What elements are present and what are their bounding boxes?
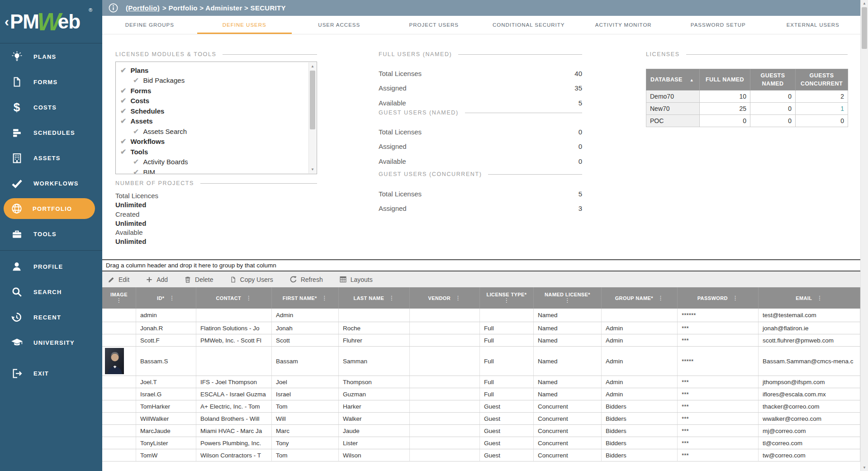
tab-define-users[interactable]: DEFINE USERS bbox=[197, 16, 292, 34]
column-menu-icon[interactable]: ⋮ bbox=[169, 295, 175, 301]
sidebar-item-assets[interactable]: ASSETS bbox=[0, 145, 102, 171]
first-name-cell: Tony bbox=[272, 437, 339, 449]
document-icon bbox=[10, 75, 24, 89]
sidebar-item-workflows[interactable]: WORKFLOWS bbox=[0, 171, 102, 196]
column-menu-icon[interactable]: ⋮ bbox=[246, 295, 251, 301]
licenses-col-guests-named[interactable]: GUESTS NAMED bbox=[750, 69, 796, 90]
info-icon[interactable] bbox=[108, 3, 119, 13]
sidebar-item-search[interactable]: SEARCH bbox=[0, 279, 102, 304]
table-row[interactable]: TomHarker A+ Electric, Inc. - Tom Tom Ha… bbox=[102, 400, 860, 413]
licensed-modules-list[interactable]: ✔Plans ✔Bid Packages ✔Forms ✔Costs ✔Sche… bbox=[115, 62, 317, 174]
group-name-cell: Admin bbox=[602, 334, 678, 346]
layouts-button[interactable]: Layouts bbox=[339, 276, 373, 283]
last-name-cell: Walker bbox=[339, 413, 410, 424]
license-type-cell: Full bbox=[480, 388, 534, 400]
tab-define-groups[interactable]: DEFINE GROUPS bbox=[102, 16, 197, 34]
group-name-cell: Bidders bbox=[602, 400, 678, 412]
scrollbar-thumb[interactable] bbox=[862, 7, 867, 49]
tab-external-users[interactable]: EXTERNAL USERS bbox=[766, 16, 861, 34]
delete-button[interactable]: Delete bbox=[184, 276, 213, 283]
table-row[interactable]: TonyLister Powers Plumbing, Inc. Tony Li… bbox=[102, 437, 860, 449]
sidebar-item-plans[interactable]: PLANS bbox=[0, 44, 102, 69]
column-menu-icon[interactable]: ⋮ bbox=[816, 295, 822, 301]
column-menu-icon[interactable]: ⋮ bbox=[732, 295, 738, 301]
col-header-id[interactable]: ID*⋮ bbox=[136, 287, 196, 309]
page-scrollbar[interactable]: ▲ ▼ bbox=[860, 0, 868, 471]
tab-activity-monitor[interactable]: ACTIVITY MONITOR bbox=[576, 16, 671, 34]
licenses-col-database[interactable]: DATABASE▲ bbox=[646, 69, 700, 90]
sidebar-item-costs[interactable]: $ COSTS bbox=[0, 95, 102, 120]
col-header-vendor[interactable]: VENDOR⋮ bbox=[410, 287, 480, 309]
sidebar-item-portfolio[interactable]: PORTFOLIO bbox=[4, 198, 95, 219]
col-header-password[interactable]: PASSWORD⋮ bbox=[678, 287, 759, 309]
column-menu-icon[interactable]: ⋮ bbox=[116, 297, 122, 304]
tab-project-users[interactable]: PROJECT USERS bbox=[387, 16, 482, 34]
sidebar-item-tools[interactable]: TOOLS bbox=[0, 221, 102, 247]
sidebar-item-recent[interactable]: RECENT bbox=[0, 304, 102, 330]
column-menu-icon[interactable]: ⋮ bbox=[455, 295, 461, 301]
col-header-contact[interactable]: CONTACT⋮ bbox=[196, 287, 272, 309]
stat-row: Total Licenses0 bbox=[379, 128, 582, 143]
column-menu-icon[interactable]: ⋮ bbox=[322, 295, 327, 301]
sidebar-nav-secondary: PROFILE SEARCH RECENT UNIVERSITY bbox=[0, 254, 102, 355]
col-header-email[interactable]: EMAIL⋮ bbox=[759, 287, 860, 309]
vendor-cell bbox=[410, 322, 480, 334]
licenses-col-full-named[interactable]: FULL NAMED bbox=[700, 69, 750, 90]
column-menu-icon[interactable]: ⋮ bbox=[658, 295, 664, 301]
module-item: ✔Activity Boards bbox=[133, 157, 306, 167]
table-row[interactable]: Jonah.R Flatiron Solutions - Jo Jonah Ro… bbox=[102, 322, 860, 334]
module-item: ✔BIM bbox=[133, 167, 306, 174]
scroll-down-icon[interactable]: ▼ bbox=[309, 166, 316, 173]
user-id-cell: Scott.F bbox=[136, 334, 196, 346]
sidebar-item-profile[interactable]: PROFILE bbox=[0, 254, 102, 279]
col-header-image[interactable]: IMAGE⋮ bbox=[102, 287, 136, 309]
col-header-last-name[interactable]: LAST NAME⋮ bbox=[339, 287, 410, 309]
table-row[interactable]: admin Admin Named ****** test@testemail.… bbox=[102, 309, 860, 322]
copy-users-button[interactable]: Copy Users bbox=[230, 276, 273, 283]
pmweb-logo[interactable]: ‹PMWeb ® bbox=[0, 0, 102, 43]
breadcrumb-portfolio-link[interactable]: (Portfolio) bbox=[126, 4, 160, 12]
group-by-bar[interactable]: Drag a column header and drop it here to… bbox=[102, 259, 860, 271]
column-menu-icon[interactable]: ⋮ bbox=[389, 295, 394, 301]
contact-cell: IFS - Joel Thompson bbox=[196, 376, 272, 388]
sidebar-item-university[interactable]: UNIVERSITY bbox=[0, 330, 102, 355]
scroll-up-icon[interactable]: ▲ bbox=[309, 63, 316, 70]
table-row[interactable]: Bassam.S Bassam Samman Full Named Admin … bbox=[102, 347, 860, 376]
col-header-group-name[interactable]: GROUP NAME*⋮ bbox=[602, 287, 678, 309]
table-row[interactable]: TomW Wilson Contractors - T Tom Wilson G… bbox=[102, 449, 860, 461]
scrollbar-thumb[interactable] bbox=[310, 71, 315, 129]
licenses-col-guests-concurrent[interactable]: GUESTS CONCURRENT bbox=[796, 69, 848, 90]
scroll-down-icon[interactable]: ▼ bbox=[861, 464, 868, 471]
table-row[interactable]: Joel.T IFS - Joel Thompson Joel Thompson… bbox=[102, 376, 860, 388]
last-name-cell: Guzman bbox=[339, 388, 410, 400]
column-menu-icon[interactable]: ⋮ bbox=[503, 297, 509, 304]
first-name-cell: Tom bbox=[272, 449, 339, 461]
projects-created-label: Created bbox=[115, 210, 158, 219]
projects-total-value: Unlimited bbox=[115, 200, 158, 209]
collapse-chevron-icon[interactable]: ‹ bbox=[5, 14, 9, 29]
contact-cell: Miami HVAC - Marc Ja bbox=[196, 425, 272, 437]
refresh-button[interactable]: Refresh bbox=[289, 276, 323, 283]
scroll-up-icon[interactable]: ▲ bbox=[861, 0, 868, 7]
projects-total-label: Total Licences bbox=[115, 191, 158, 200]
sidebar-item-schedules[interactable]: SCHEDULES bbox=[0, 120, 102, 145]
col-header-first-name[interactable]: FIRST NAME*⋮ bbox=[272, 287, 339, 309]
table-row[interactable]: Scott.F PMWeb, Inc. - Scott Fl Scott Flu… bbox=[102, 334, 860, 347]
tab-password-setup[interactable]: PASSWORD SETUP bbox=[671, 16, 766, 34]
tab-conditional-security[interactable]: CONDITIONAL SECURITY bbox=[481, 16, 576, 34]
table-row[interactable]: Israel.G ESCALA - Israel Guzma Israel Gu… bbox=[102, 388, 860, 400]
modules-scrollbar[interactable]: ▲ ▼ bbox=[308, 62, 316, 173]
col-header-named-license[interactable]: NAMED LICENSE*⋮ bbox=[534, 287, 602, 309]
edit-button[interactable]: Edit bbox=[108, 276, 129, 283]
sidebar-item-exit[interactable]: EXIT bbox=[0, 361, 102, 386]
vendor-cell bbox=[410, 413, 480, 424]
add-button[interactable]: Add bbox=[146, 276, 168, 283]
table-row[interactable]: MarcJaude Miami HVAC - Marc Ja Marc Jaud… bbox=[102, 425, 860, 437]
column-menu-icon[interactable]: ⋮ bbox=[564, 297, 570, 304]
sidebar-item-forms[interactable]: FORMS bbox=[0, 69, 102, 95]
first-name-cell: Joel bbox=[272, 376, 339, 388]
check-icon: ✔ bbox=[133, 157, 139, 166]
col-header-license-type[interactable]: LICENSE TYPE*⋮ bbox=[480, 287, 534, 309]
table-row[interactable]: WillWalker Boland Brothers - Will Will W… bbox=[102, 413, 860, 425]
tab-user-access[interactable]: USER ACCESS bbox=[292, 16, 387, 34]
